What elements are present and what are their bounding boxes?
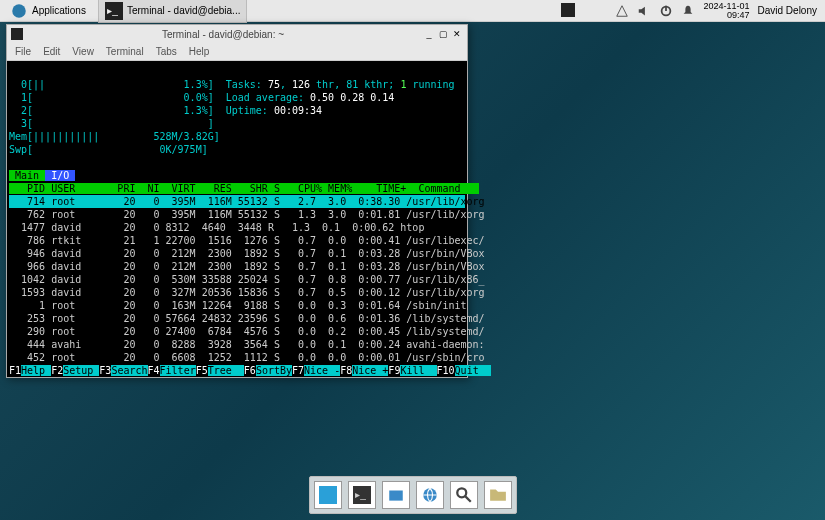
dock: ▸_: [309, 476, 517, 514]
fkey-num: F9: [388, 365, 400, 376]
fkey-label[interactable]: Quit: [455, 365, 491, 376]
fkey-num: F1: [9, 365, 21, 376]
filemanager-icon: [387, 486, 405, 504]
process-row[interactable]: 444 avahi 20 0 8288 3928 3564 S 0.0 0.1 …: [9, 338, 465, 351]
svg-rect-5: [11, 28, 23, 40]
fkey-label[interactable]: Kill: [400, 365, 436, 376]
svg-text:▸_: ▸_: [107, 5, 118, 16]
desktop-icon: [319, 486, 337, 504]
fkey-num: F2: [51, 365, 63, 376]
cpu-meter-1: 1[ 0.0%]: [9, 92, 214, 103]
process-row[interactable]: 1477 david 20 0 8312 4640 3448 R 1.3 0.1…: [9, 221, 465, 234]
process-row[interactable]: 966 david 20 0 212M 2300 1892 S 0.7 0.1 …: [9, 260, 465, 273]
dock-files[interactable]: [382, 481, 410, 509]
fkey-label[interactable]: Tree: [208, 365, 244, 376]
panel-center-icon[interactable]: [561, 3, 575, 17]
fkey-bar: F1Help F2Setup F3SearchF4FilterF5Tree F6…: [9, 364, 465, 377]
fkey-label[interactable]: Search: [111, 365, 147, 376]
svg-point-0: [12, 4, 26, 18]
fkey-label[interactable]: Help: [21, 365, 51, 376]
terminal-body[interactable]: 0[|| 1.3%] Tasks: 75, 126 thr, 81 kthr; …: [7, 61, 467, 377]
volume-icon[interactable]: [637, 4, 651, 18]
uptime-label: Uptime:: [226, 105, 274, 116]
process-row[interactable]: 452 root 20 0 6608 1252 1112 S 0.0 0.0 0…: [9, 351, 465, 364]
process-row[interactable]: 1593 david 20 0 327M 20536 15836 S 0.7 0…: [9, 286, 465, 299]
search-icon: [455, 486, 473, 504]
menubar: File Edit View Terminal Tabs Help: [7, 43, 467, 61]
menu-file[interactable]: File: [15, 46, 31, 57]
process-row[interactable]: 1042 david 20 0 530M 33588 25024 S 0.7 0…: [9, 273, 465, 286]
globe-icon: [421, 486, 439, 504]
svg-rect-6: [319, 486, 337, 504]
folder-icon: [489, 486, 507, 504]
menu-edit[interactable]: Edit: [43, 46, 60, 57]
close-button[interactable]: ✕: [451, 28, 463, 40]
menu-view[interactable]: View: [72, 46, 94, 57]
fkey-label[interactable]: Setup: [63, 365, 99, 376]
dock-desktop[interactable]: [314, 481, 342, 509]
menu-help[interactable]: Help: [189, 46, 210, 57]
process-row[interactable]: 714 root 20 0 395M 116M 55132 S 2.7 3.0 …: [9, 195, 465, 208]
fkey-num: F6: [244, 365, 256, 376]
applications-label: Applications: [32, 5, 86, 16]
svg-line-12: [465, 496, 471, 502]
dock-web[interactable]: [416, 481, 444, 509]
cpu-meter-0: 0[|| 1.3%]: [9, 79, 214, 90]
terminal-window: Terminal - david@debian: ~ _ ▢ ✕ File Ed…: [6, 24, 468, 378]
user-name[interactable]: David Delony: [758, 5, 817, 16]
dock-search[interactable]: [450, 481, 478, 509]
panel-right: 2024-11-01 09:47 David Delony: [615, 2, 825, 20]
applications-menu[interactable]: Applications: [4, 0, 92, 22]
process-row[interactable]: 946 david 20 0 212M 2300 1892 S 0.7 0.1 …: [9, 247, 465, 260]
fkey-label[interactable]: SortBy: [256, 365, 292, 376]
uptime-value: 00:09:34: [274, 105, 322, 116]
taskbar-item-label: Terminal - david@debia...: [127, 5, 241, 16]
power-icon[interactable]: [659, 4, 673, 18]
process-row[interactable]: 762 root 20 0 395M 116M 55132 S 1.3 3.0 …: [9, 208, 465, 221]
process-row[interactable]: 786 rtkit 21 1 22700 1516 1276 S 0.7 0.0…: [9, 234, 465, 247]
cpu-meter-2: 2[ 1.3%]: [9, 105, 214, 116]
top-panel: Applications ▸_ Terminal - david@debia..…: [0, 0, 825, 22]
svg-rect-9: [389, 491, 403, 501]
menu-tabs[interactable]: Tabs: [156, 46, 177, 57]
xfce-logo-icon: [10, 2, 28, 20]
load-label: Load average:: [226, 92, 310, 103]
tasks-count: 75: [268, 79, 280, 90]
process-header[interactable]: PID USER PRI NI VIRT RES SHR S CPU% MEM%…: [9, 183, 479, 194]
tab-main[interactable]: Main: [9, 170, 45, 181]
clock[interactable]: 2024-11-01 09:47: [703, 2, 749, 20]
fkey-num: F10: [437, 365, 455, 376]
load-values: 0.50 0.28 0.14: [310, 92, 394, 103]
window-title: Terminal - david@debian: ~: [23, 29, 423, 40]
clock-time: 09:47: [703, 11, 749, 20]
taskbar-item-terminal[interactable]: ▸_ Terminal - david@debia...: [98, 0, 248, 23]
tasks-label: Tasks:: [226, 79, 268, 90]
mem-meter: Mem[||||||||||| 528M/3.82G]: [9, 131, 220, 142]
notification-icon[interactable]: [681, 4, 695, 18]
swp-meter: Swp[ 0K/975M]: [9, 144, 208, 155]
process-list[interactable]: 714 root 20 0 395M 116M 55132 S 2.7 3.0 …: [9, 195, 465, 364]
dock-terminal[interactable]: ▸_: [348, 481, 376, 509]
process-row[interactable]: 1 root 20 0 163M 12264 9188 S 0.0 0.3 0:…: [9, 299, 465, 312]
window-icon: [11, 28, 23, 40]
process-row[interactable]: 290 root 20 0 27400 6784 4576 S 0.0 0.2 …: [9, 325, 465, 338]
titlebar[interactable]: Terminal - david@debian: ~ _ ▢ ✕: [7, 25, 467, 43]
minimize-button[interactable]: _: [423, 28, 435, 40]
fkey-num: F5: [196, 365, 208, 376]
fkey-label[interactable]: Nice -: [304, 365, 340, 376]
window-buttons: _ ▢ ✕: [423, 28, 463, 40]
fkey-num: F8: [340, 365, 352, 376]
fkey-label[interactable]: Filter: [160, 365, 196, 376]
maximize-button[interactable]: ▢: [437, 28, 449, 40]
network-icon[interactable]: [615, 4, 629, 18]
process-row[interactable]: 253 root 20 0 57664 24832 23596 S 0.0 0.…: [9, 312, 465, 325]
panel-left: Applications ▸_ Terminal - david@debia..…: [0, 0, 247, 23]
svg-point-11: [457, 488, 466, 497]
dock-folder[interactable]: [484, 481, 512, 509]
svg-text:▸_: ▸_: [355, 489, 366, 500]
terminal-icon: ▸_: [105, 2, 123, 20]
fkey-label[interactable]: Nice +: [352, 365, 388, 376]
fkey-num: F7: [292, 365, 304, 376]
tab-io[interactable]: I/O: [45, 170, 75, 181]
menu-terminal[interactable]: Terminal: [106, 46, 144, 57]
